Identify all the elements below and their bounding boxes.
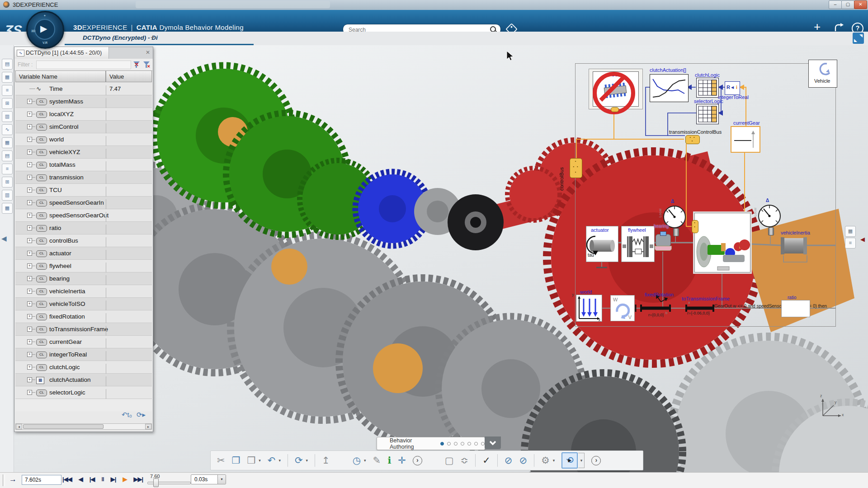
workbench-dot[interactable]: [454, 442, 458, 446]
viewport-capture-icon[interactable]: ▦: [845, 226, 856, 237]
table-row[interactable]: +CLspeedSensorGearIn: [15, 197, 152, 209]
table-row[interactable]: +CLworld: [15, 133, 152, 146]
new-behavior-icon[interactable]: ◷: [353, 454, 361, 467]
expand-toggle-icon[interactable]: +: [27, 365, 32, 370]
expand-toggle-icon[interactable]: +: [27, 276, 32, 281]
speed-dropdown-icon[interactable]: ▾: [217, 475, 226, 484]
play-button[interactable]: ▶: [123, 476, 127, 483]
undo-icon[interactable]: ↶: [268, 454, 276, 467]
table-row[interactable]: +CLactuator: [15, 247, 152, 260]
workbench-dot[interactable]: [461, 442, 464, 446]
model-tree-icon[interactable]: ▤: [2, 59, 13, 70]
validate-icon[interactable]: ✓: [482, 454, 491, 467]
current-gear-block[interactable]: [731, 126, 760, 153]
scroll-right-icon[interactable]: ▸: [145, 424, 151, 429]
maximize-button[interactable]: ▢: [841, 0, 854, 9]
panel-header-tab[interactable]: ∿ DCTDyno [1] (14:44:55 - 20/0): [14, 47, 109, 59]
panel-hscrollbar[interactable]: ◂ ▸: [15, 423, 152, 430]
add-connection-icon[interactable]: ✛: [398, 454, 406, 467]
column-variable-name[interactable]: Variable Name: [15, 70, 106, 82]
expand-toggle-icon[interactable]: +: [27, 200, 32, 205]
table-row[interactable]: +CLtotalMass: [15, 159, 152, 171]
table-row[interactable]: +CLcurrentGear: [15, 336, 152, 348]
expand-view-icon[interactable]: ◥ ◣: [853, 33, 864, 44]
variable-browser-icon[interactable]: ▥: [2, 111, 13, 122]
variable-list[interactable]: +∿Time7.47+CLsystemMass+CLlocalXYZ+CLsim…: [15, 83, 152, 411]
disable-structure-icon[interactable]: ⊘: [519, 454, 527, 467]
tab-active[interactable]: DCTDyno (Encrypted) - Di: [83, 34, 158, 41]
expand-toggle-icon[interactable]: +: [27, 390, 32, 395]
undo-icon-dropdown[interactable]: ▾: [278, 458, 281, 463]
selector-logic-block[interactable]: [696, 104, 719, 124]
table-row[interactable]: +∿Time7.47: [15, 83, 152, 95]
expand-toggle-icon[interactable]: +: [27, 162, 32, 167]
table-row[interactable]: +CLcontrolBus: [15, 235, 152, 247]
table-row[interactable]: +CLsimControl: [15, 121, 152, 133]
vehicle-block[interactable]: Vehicle: [808, 60, 837, 88]
expand-toggle-icon[interactable]: +: [27, 213, 32, 218]
document-icon[interactable]: ▦: [2, 203, 13, 214]
workbench-dot[interactable]: [481, 442, 485, 446]
workbench-dot[interactable]: [474, 442, 478, 446]
vehicle-inertia-block[interactable]: [781, 236, 807, 255]
expand-toggle-icon[interactable]: +: [27, 377, 32, 382]
paste-icon-dropdown[interactable]: ▾: [259, 458, 261, 463]
refresh-results-icon[interactable]: ⟳▸: [137, 411, 146, 419]
skip-to-end-button[interactable]: ▶▶|: [133, 476, 143, 483]
expand-toggle-icon[interactable]: +: [27, 352, 32, 357]
add-component-icon[interactable]: ⊞: [2, 98, 13, 109]
table-row[interactable]: +CLlocalXYZ: [15, 108, 152, 121]
workbench-dot[interactable]: [447, 442, 451, 446]
world-block[interactable]: x y: [576, 295, 602, 322]
clutch-logic-block[interactable]: [696, 78, 719, 98]
table-row[interactable]: +CLspeedSensorGearOut: [15, 209, 152, 222]
expand-toggle-icon[interactable]: +: [27, 327, 32, 332]
disable-print-icon[interactable]: ⊘: [505, 454, 513, 467]
expand-toggle-icon[interactable]: +: [27, 175, 32, 180]
notes-icon[interactable]: ≡: [2, 164, 13, 174]
column-value[interactable]: Value: [106, 70, 152, 82]
table-view-icon[interactable]: ▦: [2, 137, 13, 148]
workbench-selector[interactable]: Behavior Authoring: [377, 437, 485, 450]
cut-icon[interactable]: ✂: [217, 454, 225, 467]
table-row[interactable]: +CLvehicleXYZ: [15, 146, 152, 159]
more-tools-icon-2[interactable]: ›: [591, 456, 601, 465]
actuator-block[interactable]: actuator tau: [586, 226, 618, 262]
table-row[interactable]: +CLtoTransmissionFrame: [15, 323, 152, 336]
flywheel-block[interactable]: flywheel: [621, 226, 655, 262]
expand-toggle-icon[interactable]: +: [27, 112, 32, 117]
chart-icon[interactable]: ▥: [2, 190, 13, 201]
diagram-overlay[interactable]: TCU clutchActuation[] clutchLogic: [575, 63, 836, 327]
edit-document-icon[interactable]: ✎: [373, 454, 381, 467]
scrollbar-thumb[interactable]: [23, 424, 104, 429]
apply-filter-icon[interactable]: ✕: [143, 61, 150, 68]
table-row[interactable]: +CLvehicleInertia: [15, 285, 152, 298]
expand-toggle-icon[interactable]: +: [27, 150, 32, 155]
expand-toggle-icon[interactable]: +: [27, 99, 32, 104]
table-row[interactable]: +▦clutchActuation: [15, 374, 152, 386]
skip-to-start-button[interactable]: |◀◀: [62, 476, 72, 483]
grid-icon[interactable]: ⊞: [2, 177, 13, 188]
batch-settings-icon-dropdown[interactable]: ▾: [553, 458, 555, 463]
new-tab-button[interactable]: +: [151, 33, 155, 42]
batch-settings-icon[interactable]: ⚙: [541, 454, 550, 467]
collapse-left-panel-icon[interactable]: ◀: [1, 235, 7, 243]
update-icon-dropdown[interactable]: ▾: [306, 458, 308, 463]
tcu-block[interactable]: TCU: [589, 69, 643, 109]
minimize-button[interactable]: –: [829, 0, 842, 9]
stack-icon[interactable]: ≎: [461, 454, 469, 467]
update-icon[interactable]: ⟳: [295, 454, 303, 467]
export-icon[interactable]: ↥: [322, 454, 330, 467]
table-row[interactable]: +CLvehicleToISO: [15, 298, 152, 310]
transmission-control-bus-connector[interactable]: • ••: [685, 135, 700, 144]
table-row[interactable]: +CLsystemMass: [15, 95, 152, 108]
table-row[interactable]: +CLfixedRotation: [15, 310, 152, 323]
plot-window-icon[interactable]: ∿: [2, 124, 13, 135]
step-back-button[interactable]: |◀: [90, 476, 95, 483]
integer-to-real-block[interactable]: R ◀ i: [725, 81, 740, 95]
more-tools-icon[interactable]: ›: [413, 456, 422, 465]
shape-icon[interactable]: ▢: [445, 454, 454, 467]
table-row[interactable]: +CLflywheel: [15, 260, 152, 272]
bearing-block[interactable]: [656, 231, 670, 252]
layers-icon[interactable]: ▤: [2, 150, 13, 161]
